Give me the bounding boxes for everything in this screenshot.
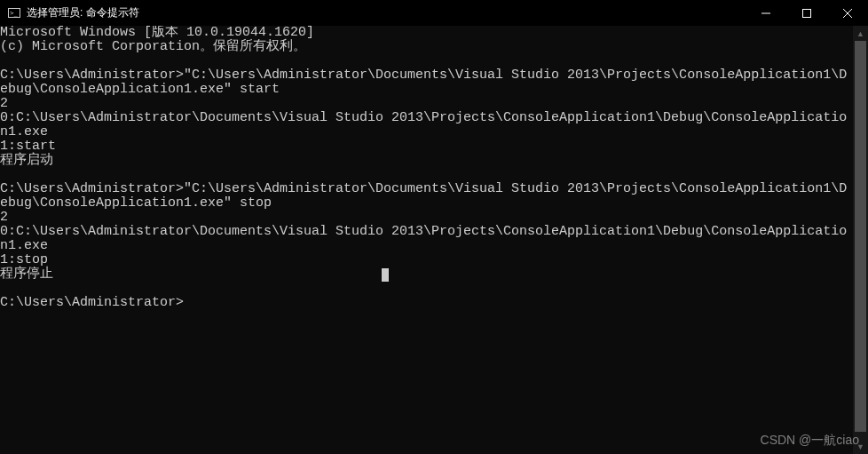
terminal-output[interactable]: Microsoft Windows [版本 10.0.19044.1620](c… (0, 26, 853, 454)
terminal-line (0, 54, 853, 68)
minimize-button[interactable] (746, 0, 786, 26)
terminal-line: 0:C:\Users\Administrator\Documents\Visua… (0, 111, 853, 139)
terminal-line: 1:stop (0, 253, 853, 267)
svg-text:>_: >_ (10, 10, 18, 17)
scroll-down-arrow[interactable]: ▼ (853, 439, 868, 454)
terminal-line (0, 282, 853, 296)
terminal-line: C:\Users\Administrator> (0, 296, 853, 310)
terminal-line: 1:start (0, 139, 853, 154)
terminal-line: 程序停止 (0, 267, 853, 282)
terminal-line: 2 (0, 211, 853, 225)
scroll-thumb[interactable] (855, 41, 866, 432)
terminal-line: C:\Users\Administrator>"C:\Users\Adminis… (0, 182, 853, 211)
terminal-line: 2 (0, 97, 853, 111)
client-area: Microsoft Windows [版本 10.0.19044.1620](c… (0, 26, 868, 454)
terminal-line: (c) Microsoft Corporation。保留所有权利。 (0, 40, 853, 54)
window-controls (746, 0, 868, 26)
vertical-scrollbar[interactable]: ▲ ▼ (853, 26, 868, 454)
svg-rect-2 (803, 9, 811, 17)
terminal-line: 程序启动 (0, 154, 853, 168)
titlebar[interactable]: >_ 选择管理员: 命令提示符 (0, 0, 868, 26)
cmd-icon: >_ (7, 8, 21, 19)
terminal-line: 0:C:\Users\Administrator\Documents\Visua… (0, 225, 853, 253)
close-button[interactable] (827, 0, 868, 26)
terminal-line (0, 168, 853, 182)
text-cursor (382, 268, 389, 282)
terminal-line: C:\Users\Administrator>"C:\Users\Adminis… (0, 68, 853, 97)
maximize-button[interactable] (786, 0, 827, 26)
terminal-line: Microsoft Windows [版本 10.0.19044.1620] (0, 26, 853, 40)
scroll-up-arrow[interactable]: ▲ (853, 26, 868, 41)
window-title: 选择管理员: 命令提示符 (27, 5, 139, 20)
